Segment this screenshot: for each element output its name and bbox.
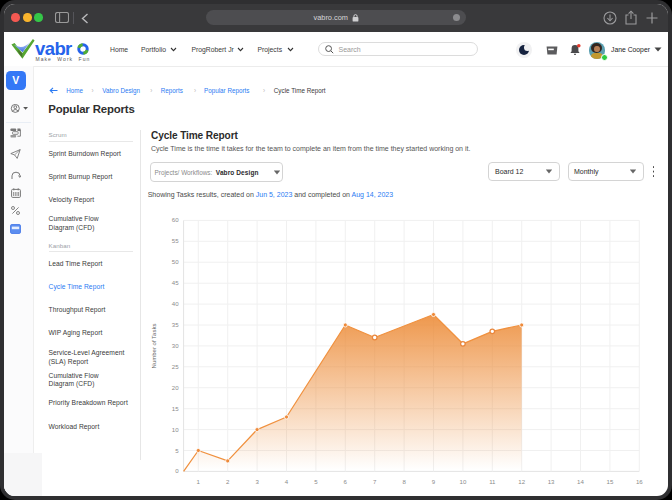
- svg-text:10: 10: [172, 426, 179, 433]
- svg-text:9: 9: [432, 478, 436, 485]
- svg-text:15: 15: [607, 478, 614, 485]
- svg-text:14: 14: [577, 478, 584, 485]
- svg-text:50: 50: [172, 258, 179, 265]
- svg-text:20: 20: [172, 384, 179, 391]
- svg-text:30: 30: [172, 342, 179, 349]
- svg-text:0: 0: [175, 467, 179, 474]
- svg-text:11: 11: [489, 478, 496, 485]
- svg-text:4: 4: [285, 478, 289, 485]
- svg-text:12: 12: [518, 478, 525, 485]
- svg-text:55: 55: [172, 237, 179, 244]
- svg-text:15: 15: [172, 405, 179, 412]
- svg-text:40: 40: [172, 300, 179, 307]
- svg-text:6: 6: [344, 478, 348, 485]
- svg-text:2: 2: [226, 478, 230, 485]
- svg-text:25: 25: [172, 363, 179, 370]
- svg-text:5: 5: [314, 478, 318, 485]
- svg-text:35: 35: [172, 321, 179, 328]
- svg-text:Number of Tasks: Number of Tasks: [151, 324, 157, 369]
- svg-text:5: 5: [175, 447, 179, 454]
- svg-text:45: 45: [172, 279, 179, 286]
- svg-text:13: 13: [548, 478, 555, 485]
- svg-text:16: 16: [636, 478, 643, 485]
- svg-text:60: 60: [172, 216, 179, 223]
- svg-text:10: 10: [460, 478, 467, 485]
- svg-text:3: 3: [255, 478, 259, 485]
- svg-text:8: 8: [402, 478, 406, 485]
- svg-text:7: 7: [373, 478, 377, 485]
- svg-text:1: 1: [197, 478, 201, 485]
